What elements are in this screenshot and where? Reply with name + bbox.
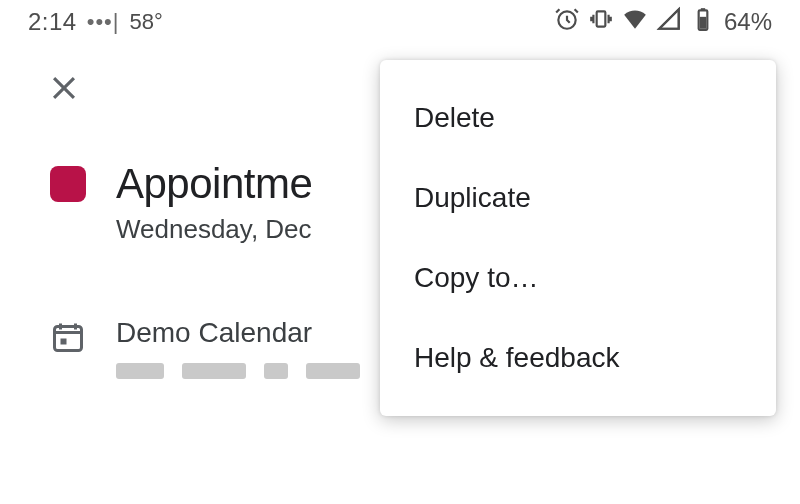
battery-icon xyxy=(690,6,716,38)
event-date: Wednesday, Dec xyxy=(116,214,312,245)
close-icon xyxy=(47,71,81,105)
calendar-account-redacted xyxy=(116,363,360,379)
calendar-name-label: Demo Calendar xyxy=(116,317,360,349)
status-right: 64% xyxy=(554,6,772,38)
battery-percent: 64% xyxy=(724,8,772,36)
status-bar: 2:14 •••| 58° xyxy=(0,0,800,40)
svg-rect-4 xyxy=(700,17,707,29)
close-button[interactable] xyxy=(42,66,86,110)
menu-item-delete[interactable]: Delete xyxy=(380,78,776,158)
svg-rect-5 xyxy=(55,327,82,351)
cellular-signal-icon xyxy=(656,6,682,38)
event-title: Appointme xyxy=(116,160,312,208)
calendar-icon xyxy=(50,319,86,355)
svg-rect-1 xyxy=(597,11,606,26)
wifi-icon xyxy=(622,6,648,38)
menu-item-copy-to[interactable]: Copy to… xyxy=(380,238,776,318)
vibrate-icon xyxy=(588,6,614,38)
svg-rect-6 xyxy=(61,339,67,345)
status-time: 2:14 xyxy=(28,8,77,36)
alarm-icon xyxy=(554,6,580,38)
menu-item-duplicate[interactable]: Duplicate xyxy=(380,158,776,238)
menu-item-help-feedback[interactable]: Help & feedback xyxy=(380,318,776,398)
svg-rect-3 xyxy=(701,8,705,10)
overflow-menu: Delete Duplicate Copy to… Help & feedbac… xyxy=(380,60,776,416)
event-color-swatch xyxy=(50,166,86,202)
status-notification-dots: •••| xyxy=(87,9,120,35)
status-left: 2:14 •••| 58° xyxy=(28,8,163,36)
status-temperature: 58° xyxy=(130,9,163,35)
